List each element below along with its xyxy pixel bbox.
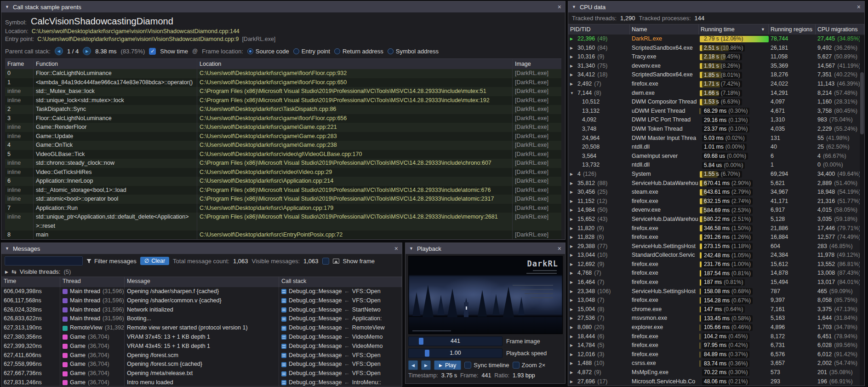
cpu-row[interactable]: ▶14,784(5)firefox.exe97.95 ms(0.42%)6,73…: [568, 341, 864, 350]
collapse-arrow-icon[interactable]: ▼: [5, 5, 9, 9]
message-row[interactable]: 627,313,190nsRemoteView(31,392)Remote vi…: [1, 323, 402, 333]
tree-caret-closed-icon[interactable]: ▶: [570, 296, 575, 305]
collapse-arrow-icon[interactable]: ▼: [5, 246, 9, 251]
tree-caret-closed-icon[interactable]: ▶: [570, 341, 575, 350]
tree-caret-closed-icon[interactable]: ▶: [570, 206, 575, 215]
cpu-row[interactable]: ▶12,016(3)firefox.exe84.89 ms(0.37%)6,57…: [568, 350, 864, 359]
cpu-row[interactable]: ▶22,396(49)DarkRL.exe2.79 s(12.06%)78,74…: [568, 35, 864, 44]
tree-caret-closed-icon[interactable]: ▶: [570, 350, 575, 359]
cpu-scrollbar-track[interactable]: [860, 35, 864, 386]
cpu-row[interactable]: ▶11,828(6)firefox.exe291.26 ms(1.26%)16,…: [568, 233, 864, 242]
column-header-running-regions[interactable]: Running regions: [769, 24, 816, 35]
cpu-row[interactable]: ▶30,456(25)steam.exe643.61 ms(2.79%)34,9…: [568, 188, 864, 197]
radio-source-code[interactable]: Source code: [247, 48, 289, 55]
cpu-row[interactable]: ▶29,388(77)ServiceHub.SettingsHost273.15…: [568, 242, 864, 251]
message-row[interactable]: 626,024,328nsMain thread(31,596)Network …: [1, 306, 402, 315]
tree-caret-closed-icon[interactable]: ▶: [570, 377, 575, 386]
cpu-row[interactable]: ▶27,536(7)msvsmon.exe133.45 ms(0.58%)5,1…: [568, 314, 864, 323]
message-row[interactable]: 627,667,736nsGame(36,704)Opening /meta/r…: [1, 369, 402, 378]
callstack-frame-row[interactable]: inlinestd::atomic<bool>::operator boolC:…: [5, 195, 561, 204]
tree-caret-closed-icon[interactable]: ▶: [570, 52, 575, 62]
message-callstack[interactable]: DebugLog::Message←StartNetwo: [279, 306, 402, 315]
message-callstack[interactable]: DebugLog::Message←VFS::Open: [279, 296, 402, 306]
message-row[interactable]: 626,833,622nsMain thread(31,596)Booting.…: [1, 314, 402, 323]
cpu-row[interactable]: ▶8,080(20)explorer.exe105.66 ms(0.46%)4,…: [568, 323, 864, 332]
callstack-frame-row[interactable]: 6Application::InnerLoopC:\Users\wolf\Des…: [5, 177, 561, 186]
message-filter-input[interactable]: [5, 256, 83, 266]
expand-caret-icon[interactable]: ▶: [5, 270, 8, 274]
tree-caret-closed-icon[interactable]: ▶: [570, 197, 575, 206]
callstack-frame-row[interactable]: inlinestd::_Mutex_base::lockC:\Program F…: [5, 87, 561, 96]
tree-caret-closed-icon[interactable]: ▶: [570, 359, 575, 368]
cpu-row[interactable]: ▶10,316(9)Tracy.exe2.18 s(9.45%)11,0585,…: [568, 52, 864, 62]
playback-speed-slider[interactable]: 1.00: [408, 348, 503, 358]
message-row[interactable]: 606,117,568nsMain thread(31,596)Opening …: [1, 296, 402, 306]
close-icon[interactable]: ×: [558, 245, 561, 252]
cpu-row[interactable]: 4,092DWM LPC Port Thread29.16 ms(0.13%)1…: [568, 116, 864, 125]
cpu-row[interactable]: ▶12,692(9)firefox.exe231.76 ms(1.00%)15,…: [568, 260, 864, 269]
cpu-row[interactable]: ▶13,048(7)firefox.exe154.28 ms(0.67%)9,3…: [568, 296, 864, 305]
cpu-row[interactable]: ▶11,152(12)firefox.exe632.15 ms(2.74%)41…: [568, 197, 864, 206]
cpu-row[interactable]: ▶4,872(9)MsMpEng.exe70.22 ms(0.30%)57320…: [568, 368, 864, 377]
tree-caret-closed-icon[interactable]: ▶: [570, 251, 575, 260]
message-row[interactable]: 627,558,996nsGame(36,704)Opening /forest…: [1, 360, 402, 369]
column-header-pid-tid[interactable]: PID/TID: [568, 24, 630, 35]
message-callstack[interactable]: DebugLog::Message←VFS::Open: [279, 360, 402, 369]
tree-caret-closed-icon[interactable]: ▶: [570, 278, 575, 287]
cpu-row[interactable]: ▶14,984(50)devenv.exe584.69 ms(2.53%)6,9…: [568, 206, 864, 215]
message-row[interactable]: 627,380,356nsGame(36,704)VRAM 37x45: 13 …: [1, 333, 402, 342]
message-callstack[interactable]: DebugLog::Message←Application:: [279, 314, 402, 323]
cpu-row[interactable]: ▶15,652(43)ServiceHub.DataWarehou580.22 …: [568, 215, 864, 224]
column-header-cpu-migrations[interactable]: CPU migrations: [816, 24, 864, 35]
cpu-row[interactable]: ▶31,340(75)devenv.exe1.91 s(8.26%)35,369…: [568, 62, 864, 71]
step-back-button[interactable]: ◀: [408, 360, 418, 370]
radio-return-address[interactable]: Return address: [334, 48, 383, 55]
tree-caret-open-icon[interactable]: ▼: [570, 89, 575, 98]
cpu-row[interactable]: ▶23,348(106)ServiceHub.SettingsHost158.0…: [568, 287, 864, 296]
tree-caret-closed-icon[interactable]: ▶: [570, 242, 575, 251]
zoom-2x-checkbox[interactable]: [513, 362, 520, 369]
callstack-frame-row[interactable]: 0Floor::CalcLightNoLuminanceC:\Users\wol…: [5, 69, 561, 78]
callstack-frame-row[interactable]: 8mainC:\Users\wolf\Desktop\darkrl\src\En…: [5, 231, 561, 239]
cpu-row[interactable]: ▶4(126)System1.55 s(6.70%)69,29434,400(4…: [568, 170, 864, 179]
cpu-row[interactable]: 13,132uDWM Event Thread68.29 ms(0.30%)4,…: [568, 107, 864, 116]
message-row[interactable]: 627,831,246nsGame(36,704)Intro menu load…: [1, 378, 402, 386]
message-callstack[interactable]: DebugLog::Message←VideoMemo: [279, 333, 402, 342]
cpu-row[interactable]: ▶4,768(7)firefox.exe187.54 ms(0.81%)14,8…: [568, 269, 864, 278]
message-row[interactable]: 627,411,606nsGame(36,704)Opening /forest…: [1, 351, 402, 360]
callstack-frame-row[interactable]: 4Game::OnTickC:\Users\wolf\Desktop\darkr…: [5, 141, 561, 150]
cpu-row[interactable]: ▶13,044(10)StandardCollector.Servic242.4…: [568, 251, 864, 260]
tree-caret-closed-icon[interactable]: ▶: [570, 188, 575, 197]
close-icon[interactable]: ×: [857, 4, 861, 10]
cpu-row[interactable]: ▶35,812(88)ServiceHub.DataWarehou670.41 …: [568, 179, 864, 188]
cpu-scrollbar-thumb[interactable]: [860, 72, 864, 134]
tree-caret-closed-icon[interactable]: ▶: [570, 233, 575, 242]
filter-messages-control[interactable]: Filter messages: [86, 258, 137, 265]
close-icon[interactable]: ×: [394, 245, 398, 252]
collapse-arrow-icon[interactable]: ▼: [409, 246, 413, 251]
radio-entry-point[interactable]: Entry point: [293, 48, 330, 55]
callstack-frame-row[interactable]: inlineGame::RenderFloorC:\Users\wolf\Des…: [5, 123, 561, 132]
callstack-frame-row[interactable]: inlinestd::unique_ptr<Application,std::d…: [5, 213, 561, 231]
cpu-row[interactable]: 3,748DWM Token Thread23.37 ms(0.10%)4,03…: [568, 125, 864, 134]
column-header-running-time[interactable]: Running time ▼: [699, 24, 769, 35]
tree-caret-closed-icon[interactable]: ▶: [570, 170, 575, 179]
tree-caret-closed-icon[interactable]: ▶: [570, 305, 575, 314]
close-icon[interactable]: ×: [558, 4, 561, 10]
message-callstack[interactable]: DebugLog::Message←IntroMenu::: [279, 378, 402, 386]
tree-caret-closed-icon[interactable]: ▶: [570, 314, 575, 323]
next-parent-button[interactable]: ▶: [83, 47, 91, 55]
message-row[interactable]: 606,049,398nsMain thread(31,596)Opening …: [1, 287, 402, 296]
callstack-frame-row[interactable]: inlineVideo::GetTicksHiResC:\Users\wolf\…: [5, 168, 561, 177]
tree-caret-closed-icon[interactable]: ▶: [570, 224, 575, 233]
message-callstack[interactable]: DebugLog::Message←VideoMemo: [279, 342, 402, 351]
cpu-row[interactable]: 10,512DWM Compositor Thread1.53 s(6.63%)…: [568, 98, 864, 107]
tree-caret-closed-icon[interactable]: ▶: [570, 62, 575, 71]
cpu-row[interactable]: ▶34,412(18)ScriptedSandbox64.exe1.85 s(8…: [568, 70, 864, 80]
tree-caret-closed-icon[interactable]: ▶: [570, 215, 575, 224]
play-button[interactable]: ▶ Play: [434, 360, 461, 370]
tree-caret-closed-icon[interactable]: ▶: [570, 269, 575, 278]
cpu-row[interactable]: ▼7,144(8)dwm.exe1.66 s(7.18%)14,2918,214…: [568, 89, 864, 98]
cpu-row[interactable]: ▶16,464(7)firefox.exe187 ms(0.81%)15,494…: [568, 278, 864, 287]
clear-button[interactable]: ∅ Clear: [140, 257, 169, 265]
